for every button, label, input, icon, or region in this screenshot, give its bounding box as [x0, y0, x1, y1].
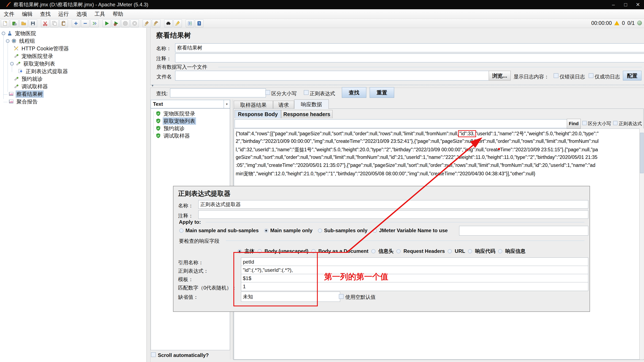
tree-item-get-pets-sampler[interactable]: 获取宠物列表: [10, 60, 56, 67]
radio-main-only[interactable]: [264, 229, 268, 233]
result-item-debug[interactable]: 调试取样器: [156, 132, 191, 140]
configure-button[interactable]: 配置: [623, 71, 642, 80]
save-button[interactable]: [29, 19, 37, 27]
menu-tools[interactable]: 工具: [91, 10, 109, 17]
overlay-name-input[interactable]: 正则表达式提取器: [198, 200, 588, 209]
menu-run[interactable]: 运行: [54, 10, 72, 17]
expand-handle-icon[interactable]: [10, 62, 14, 65]
regex-expr-input[interactable]: "id":(.*?),"userId":(.*?),: [241, 266, 588, 275]
toggle-button[interactable]: [90, 19, 99, 27]
search-reset-button[interactable]: [174, 19, 182, 27]
radio-info-headers[interactable]: [372, 249, 376, 253]
radio-jmeter-variable[interactable]: [373, 229, 377, 233]
maximize-button[interactable]: □: [620, 0, 632, 9]
browse-button[interactable]: 浏览...: [489, 71, 511, 80]
expand-button[interactable]: [72, 19, 80, 27]
scroll-auto-checkbox[interactable]: [151, 352, 156, 357]
stop-button[interactable]: [121, 19, 130, 27]
response-scrollbar[interactable]: [639, 129, 644, 359]
find-button[interactable]: Find: [567, 119, 581, 129]
case-sensitive-checkbox[interactable]: [266, 90, 270, 95]
paste-button[interactable]: [60, 19, 68, 27]
result-item-login[interactable]: 宠物医院登录: [156, 110, 196, 117]
template-input[interactable]: $1$: [241, 274, 588, 283]
reset-button[interactable]: 重置: [370, 87, 394, 98]
clear-all-button[interactable]: [152, 19, 160, 27]
tree-item-test-plan[interactable]: 宠物医院: [2, 29, 37, 37]
success-only-checkbox[interactable]: [589, 73, 593, 78]
splitter-collapse-icon[interactable]: ▼: [151, 84, 154, 87]
default-value-input[interactable]: 未知: [241, 292, 340, 302]
expand-handle-icon[interactable]: [2, 32, 5, 35]
shutdown-button[interactable]: [130, 19, 139, 27]
result-item-get-pets[interactable]: 获取宠物列表: [156, 117, 196, 125]
tree-item-cookie-manager[interactable]: HTTP Cookie管理器: [14, 45, 70, 52]
menu-help[interactable]: 帮助: [109, 10, 127, 17]
help-button[interactable]: ?: [195, 19, 204, 27]
radio-body-unescaped[interactable]: [258, 249, 262, 253]
tab-sampler-result[interactable]: 取样器结果: [234, 101, 273, 109]
cut-button[interactable]: [41, 19, 50, 27]
menu-edit[interactable]: 编辑: [18, 10, 36, 17]
tab-response-data[interactable]: 响应数据: [294, 99, 329, 109]
search-input[interactable]: [170, 88, 266, 97]
results-splitter[interactable]: [150, 85, 644, 88]
scroll-auto-label: Scroll automatically?: [158, 352, 209, 358]
collapse-button[interactable]: [81, 19, 90, 27]
match-no-input[interactable]: 1: [241, 282, 588, 291]
tree-item-thread-group[interactable]: 线程组: [6, 37, 36, 45]
tab-request[interactable]: 请求: [273, 101, 294, 109]
close-button[interactable]: ✕: [632, 0, 644, 9]
radio-body-as-document[interactable]: [312, 249, 316, 253]
radio-url[interactable]: [448, 249, 452, 253]
tree-item-debug-sampler[interactable]: 调试取样器: [14, 83, 49, 90]
radio-response-code[interactable]: [468, 249, 472, 253]
warning-icon[interactable]: [614, 21, 619, 25]
search-button[interactable]: 查找: [342, 87, 366, 98]
filename-input[interactable]: [175, 71, 489, 80]
name-input[interactable]: 察看结果树: [175, 43, 644, 52]
ref-name-input[interactable]: petId: [241, 257, 588, 266]
tab-response-headers[interactable]: Response headers: [281, 110, 332, 118]
new-file-button[interactable]: [1, 19, 9, 27]
tree-item-view-results-tree[interactable]: 察看结果树: [8, 90, 44, 98]
start-button[interactable]: [102, 19, 111, 27]
templates-button[interactable]: [10, 19, 18, 27]
regex-extractor-panel: 正则表达式提取器 名称： 正则表达式提取器 注释： Apply to: Main…: [173, 186, 590, 312]
search-button-toolbar[interactable]: [164, 19, 172, 27]
clear-button[interactable]: [143, 19, 151, 27]
jmeter-variable-input[interactable]: [459, 226, 588, 236]
tree-item-aggregate-report[interactable]: 聚合报告: [8, 98, 38, 105]
dropdown-arrow-icon[interactable]: ▼: [224, 100, 230, 108]
tab-response-body[interactable]: Response Body: [235, 110, 281, 118]
scrollbar-thumb[interactable]: [640, 133, 644, 173]
copy-button[interactable]: [50, 19, 59, 27]
comment-input[interactable]: [175, 53, 644, 62]
radio-response-message[interactable]: [498, 249, 502, 253]
result-item-appointment[interactable]: 预约就诊: [156, 125, 186, 132]
regex-checkbox[interactable]: [304, 90, 308, 95]
radio-request-headers[interactable]: [396, 249, 400, 253]
minimize-button[interactable]: –: [607, 0, 620, 9]
radio-body[interactable]: [238, 249, 242, 253]
find-case-checkbox[interactable]: [582, 121, 586, 125]
view-as-dropdown[interactable]: Text ▼: [151, 100, 230, 108]
tree-item-regex-extractor[interactable]: 正则表达式提取器: [18, 67, 69, 75]
find-regex-checkbox[interactable]: [613, 121, 618, 125]
menu-search[interactable]: 查找: [36, 10, 54, 17]
errors-only-checkbox[interactable]: [554, 73, 558, 78]
empty-default-checkbox[interactable]: [339, 294, 344, 299]
find-input[interactable]: [235, 119, 569, 128]
tree-item-appointment-sampler[interactable]: 预约就诊: [14, 75, 44, 83]
menu-options[interactable]: 选项: [72, 10, 91, 17]
radio-sub-only[interactable]: [318, 229, 322, 233]
start-no-pauses-button[interactable]: [112, 19, 120, 27]
function-helper-button[interactable]: [186, 19, 194, 27]
overlay-comment-input[interactable]: [198, 210, 588, 219]
menu-file[interactable]: 文件: [0, 10, 18, 17]
radio-main-and-sub[interactable]: [179, 229, 183, 233]
main-splitter[interactable]: [147, 28, 150, 362]
expand-handle-icon[interactable]: [6, 39, 10, 43]
open-file-button[interactable]: [20, 19, 28, 27]
tree-item-login-sampler[interactable]: 宠物医院登录: [14, 52, 54, 60]
